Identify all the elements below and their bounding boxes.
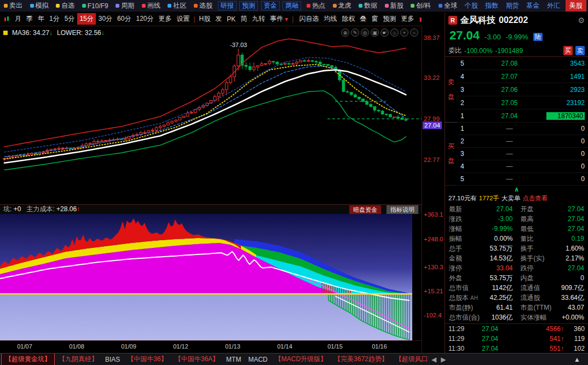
toolbar-item[interactable]: PK <box>224 14 238 24</box>
menu-item-community[interactable]: 社区 <box>165 0 188 12</box>
tab-scroll-left-icon[interactable]: ◀ <box>429 356 439 363</box>
kline-chart[interactable]: MA36: 34.27↓ LOWER: 32.56↓ -37.03 ⊕✎◎▣☛⌂… <box>0 26 422 204</box>
indicator-info-button[interactable]: 指标说明 <box>387 205 418 214</box>
crosshair-icon[interactable]: ⊕ <box>341 28 349 37</box>
period-button[interactable]: 30分 <box>96 13 114 25</box>
ask-row[interactable]: 327.062923 <box>457 83 588 96</box>
toolbar-item[interactable]: 预测 <box>381 13 398 25</box>
kline-style-icon[interactable] <box>2 15 12 24</box>
chart-tool-icons: ⊕✎◎▣☛⌂+− <box>341 28 418 37</box>
menu-item-label: 龙虎 <box>338 1 351 10</box>
period-button[interactable]: 5分 <box>62 13 77 25</box>
buy-button[interactable]: 买 <box>563 46 573 55</box>
eye-icon[interactable]: ◎ <box>361 28 369 37</box>
menu-item-funds[interactable]: 基金 <box>524 0 542 12</box>
expand-chevron-icon[interactable]: ∧ <box>445 186 588 193</box>
indicator-tab[interactable]: 【完美3672趋势】 <box>331 354 391 365</box>
toolbar-item[interactable]: 叠 <box>358 13 368 25</box>
indicator-tab[interactable]: 【超级黄金坑】 <box>1 353 55 365</box>
period-button[interactable]: 更多 <box>156 13 174 25</box>
ask-row[interactable]: 427.071491 <box>457 70 588 83</box>
indicator-tab[interactable]: MACD <box>245 355 270 364</box>
bid-row[interactable]: 3—0 <box>457 148 588 160</box>
menu-item-futures[interactable]: 期货 <box>504 0 521 12</box>
toolbar-item[interactable]: 事件▾ <box>268 13 290 25</box>
stat-cell: 实体涨幅+0.00% <box>517 312 588 322</box>
bid-row[interactable]: 5—0 <box>457 173 588 186</box>
period-button[interactable]: 设置 <box>174 13 192 25</box>
toolbar-item[interactable]: 更多 <box>399 13 416 25</box>
bid-row[interactable]: 1—0 <box>457 123 588 135</box>
screenshot-icon[interactable]: ▣ <box>371 28 379 37</box>
menu-item-simulate[interactable]: 模拟 <box>28 0 51 12</box>
menu-item-capital-flow[interactable]: 资金 <box>261 1 280 10</box>
menu-item-margin-trading[interactable]: 两融 <box>283 1 301 10</box>
indicator-tab[interactable]: 【MACD升级版】 <box>272 354 330 365</box>
menu-item-us-stocks[interactable]: 美股 <box>566 0 586 12</box>
indicator-canvas[interactable] <box>0 214 422 340</box>
lock-icon[interactable]: ⌂ <box>390 28 399 37</box>
kline-canvas[interactable] <box>0 26 422 204</box>
bid-row[interactable]: 2—0 <box>457 135 588 148</box>
drag-icon[interactable]: ☛ <box>381 28 389 37</box>
indicator-tab[interactable]: 【中国牛36A】 <box>171 354 222 365</box>
period-button[interactable]: 120分 <box>134 13 155 25</box>
view-details-link[interactable]: 点击查看 <box>522 194 547 202</box>
indicator-tab[interactable]: 【超级风口】 <box>392 354 429 365</box>
dragon-tiger-icon <box>333 4 337 8</box>
toolbar-item[interactable]: 均线 <box>321 13 339 25</box>
toolbar-item[interactable]: 简 <box>238 13 249 25</box>
menu-item-watchlist[interactable]: 自选 <box>54 0 77 12</box>
scroll-right-icon[interactable]: ▶| <box>417 14 422 24</box>
toolbar-item[interactable]: 九转 <box>250 13 267 25</box>
indicator-tab[interactable]: 【九阴真经】 <box>55 354 101 365</box>
menu-item-chinext-star[interactable]: 创/科 <box>408 0 433 12</box>
ask-row[interactable]: 527.083543 <box>457 57 588 70</box>
zoom-out-icon[interactable]: − <box>410 28 418 37</box>
menu-item-indices[interactable]: 指数 <box>483 0 500 12</box>
toolbar-item[interactable]: 窗 <box>369 13 380 25</box>
menu-item-new-shares[interactable]: 新股 <box>383 0 406 12</box>
sell-button[interactable]: 卖 <box>575 46 585 55</box>
bid-row[interactable]: 4—0 <box>457 160 588 173</box>
period-button[interactable]: 季 <box>24 13 35 25</box>
price-axis: 38.3733.2227.9922.7727.04+363.1+248.0+13… <box>422 26 445 353</box>
toolbar-item[interactable]: H股 <box>197 13 213 25</box>
draw-icon[interactable]: ✎ <box>351 28 359 37</box>
tab-scroll-right-icon[interactable]: ▶ <box>439 356 448 363</box>
menu-item-single-stock[interactable]: 个股 <box>463 0 480 12</box>
menu-item-draw-line[interactable]: 画线 <box>140 0 163 12</box>
zoom-in-icon[interactable]: + <box>400 28 408 37</box>
period-button[interactable]: 年 <box>36 13 47 25</box>
period-button[interactable]: 月 <box>13 13 24 25</box>
menu-item-hot-topics[interactable]: 热点 <box>304 0 327 12</box>
menu-item-dragon-tiger[interactable]: 龙虎 <box>331 0 354 12</box>
indicator-tab[interactable]: BIAS <box>102 355 123 364</box>
menu-item-forex[interactable]: 外汇 <box>545 0 562 12</box>
menu-item-global-markets[interactable]: 全球 <box>436 0 459 12</box>
menu-item-research-report[interactable]: 研报 <box>218 1 237 10</box>
menu-item-sell[interactable]: 卖出 <box>2 0 25 12</box>
menu-item-period[interactable]: 周期 <box>113 0 136 12</box>
menu-item-stock-picker[interactable]: 选股 <box>192 0 215 12</box>
period-button[interactable]: 15分 <box>77 13 95 25</box>
indicator-tab[interactable]: MTM <box>223 355 244 364</box>
toolbar-item[interactable]: 闪自选 <box>295 13 321 25</box>
menu-item-data-center[interactable]: 数据 <box>356 0 379 12</box>
stock-trading-terminal: 卖出模拟自选F10/F9周期画线社区选股研报预测资金两融热点龙虎数据新股创/科全… <box>0 0 588 365</box>
ask-row[interactable]: 127.041870340 <box>457 109 588 123</box>
indicator-chart[interactable] <box>0 214 422 340</box>
menu-item-forecast[interactable]: 预测 <box>239 1 258 10</box>
menu-item-label: 新股 <box>390 1 403 10</box>
gear-icon[interactable]: ⚙ <box>578 16 585 25</box>
toolbar-item[interactable]: 除权 <box>339 13 357 25</box>
stock-picker-icon <box>194 4 198 8</box>
dark-pool-funds-button[interactable]: 暗盘资金 <box>349 205 381 214</box>
panel-expand-icon[interactable]: ▲ <box>574 356 587 363</box>
indicator-tab[interactable]: 【中国牛36】 <box>124 354 170 365</box>
period-button[interactable]: 1分 <box>47 13 62 25</box>
period-button[interactable]: 60分 <box>115 13 133 25</box>
ask-row[interactable]: 227.0523192 <box>457 96 588 109</box>
menu-item-f10-f9[interactable]: F10/F9 <box>80 0 111 12</box>
toolbar-item[interactable]: 发 <box>213 13 224 25</box>
